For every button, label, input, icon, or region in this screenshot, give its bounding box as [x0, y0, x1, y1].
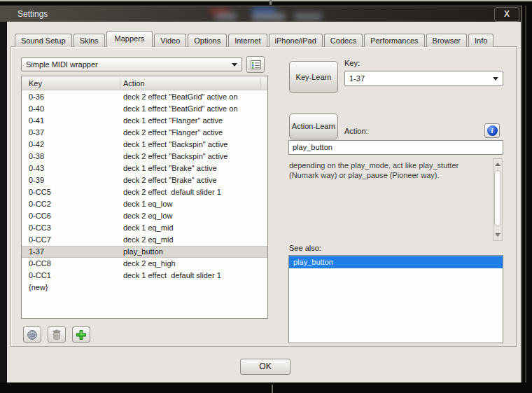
tab-codecs[interactable]: Codecs	[324, 34, 363, 47]
cell-action: deck 2 effect "Backspin" active	[123, 151, 227, 163]
tab-iphone-ipad[interactable]: iPhone/iPad	[269, 34, 323, 47]
tab-sound-setup[interactable]: Sound Setup	[15, 34, 72, 47]
cell-action: deck 2 eq_low	[123, 210, 172, 222]
action-learn-button[interactable]: Action-Learn	[289, 113, 338, 139]
tab-internet[interactable]: Internet	[228, 34, 267, 47]
mapping-row[interactable]: 0-41deck 1 effect "Flanger" active	[22, 115, 267, 127]
cell-action: deck 2 eq_high	[123, 258, 176, 270]
mapping-row[interactable]: 0-CC5deck 2 effect default slider 1	[22, 186, 267, 198]
mapping-row[interactable]: 0-42deck 1 effect "Backspin" active	[22, 139, 267, 151]
background-blur-gray	[294, 13, 322, 20]
cell-key: 0-CC1	[29, 270, 51, 282]
cell-action: deck 1 effect "Flanger" active	[123, 115, 223, 127]
key-learn-button[interactable]: Key-Learn	[289, 61, 338, 93]
cell-action: deck 2 eq_mid	[123, 234, 174, 246]
tab-performances[interactable]: Performances	[364, 34, 424, 47]
key-select[interactable]: 1-37	[344, 71, 503, 86]
mapping-row[interactable]: 0-CC2deck 1 eq_low	[22, 198, 267, 210]
cell-action: deck 2 effect "BeatGrid" active on	[123, 91, 238, 103]
tab-browser[interactable]: Browser	[426, 34, 467, 47]
chevron-down-icon	[493, 77, 498, 83]
scroll-up-icon[interactable]	[493, 160, 502, 168]
see-also-label: See also:	[289, 244, 321, 252]
ok-button[interactable]: OK	[240, 359, 290, 375]
cell-key: 0-39	[29, 174, 44, 186]
mapping-row[interactable]: 0-39deck 2 effect "Brake" active	[22, 174, 267, 186]
close-button[interactable]: X	[494, 7, 519, 22]
mapping-row[interactable]: {new}	[22, 282, 267, 294]
column-header-action[interactable]: Action	[123, 76, 145, 90]
background-blur-gray	[252, 13, 286, 21]
see-also-list[interactable]: play_button	[288, 255, 503, 343]
mapping-row[interactable]: 0-40deck 1 effect "BeatGrid" active on	[22, 103, 267, 115]
mapping-list-header: Key Action	[22, 76, 267, 90]
mapping-row[interactable]: 0-38deck 2 effect "Backspin" active	[22, 151, 267, 163]
cell-key: 0-41	[29, 115, 44, 127]
action-input[interactable]: play_button	[288, 140, 503, 155]
globe-icon	[27, 329, 38, 340]
action-info-button[interactable]: i	[484, 123, 500, 138]
cell-key: 0-CC3	[29, 222, 51, 234]
cell-key: 0-CC6	[29, 210, 51, 222]
mapper-select[interactable]: Simple MIDI wrapper	[21, 57, 242, 71]
cell-action: deck 1 effect default slider 1	[123, 270, 221, 282]
mapping-row[interactable]: 0-37deck 2 effect "Flanger" active	[22, 127, 267, 139]
see-also-item[interactable]: play_button	[289, 256, 503, 268]
cell-key: 0-37	[29, 127, 44, 139]
tab-options[interactable]: Options	[188, 34, 227, 47]
tab-mappers[interactable]: Mappers	[106, 31, 153, 47]
mapping-row[interactable]: 0-CC8deck 2 eq_high	[22, 258, 267, 270]
tab-info[interactable]: Info	[468, 34, 493, 47]
cell-key: 0-38	[29, 151, 44, 163]
cell-key: 0-CC2	[29, 198, 51, 210]
cell-action: deck 1 eq_low	[123, 198, 172, 210]
background-tick	[270, 0, 272, 5]
mapping-list[interactable]: Key Action 0-36deck 2 effect "BeatGrid" …	[21, 76, 268, 319]
scrollbar-thumb[interactable]	[494, 170, 501, 226]
cell-action: deck 2 effect default slider 1	[123, 186, 221, 198]
mapping-rows: 0-36deck 2 effect "BeatGrid" active on0-…	[22, 91, 267, 294]
mapping-row[interactable]: 0-CC7deck 2 eq_mid	[22, 234, 267, 246]
background-blur-gray	[216, 13, 237, 20]
cell-key: 0-43	[29, 163, 44, 174]
cell-key: 0-CC7	[29, 234, 51, 246]
tab-video[interactable]: Video	[154, 34, 186, 47]
online-mappers-button[interactable]	[23, 326, 41, 343]
add-mapping-button[interactable]	[72, 326, 90, 343]
cell-action: deck 1 effect "BeatGrid" active on	[123, 103, 238, 115]
background-vertical-line	[522, 6, 522, 382]
description-scrollbar[interactable]	[493, 158, 503, 241]
cell-key: 0-CC8	[29, 258, 51, 270]
cell-key: 1-37	[29, 246, 44, 258]
add-icon	[76, 329, 87, 340]
cell-action: deck 2 effect "Brake" active	[123, 174, 217, 186]
mapping-row[interactable]: 0-36deck 2 effect "BeatGrid" active on	[22, 91, 267, 103]
background-vertical-line	[272, 385, 273, 393]
cell-key: 0-36	[29, 91, 44, 103]
list-details-icon	[251, 60, 261, 69]
titlebar[interactable]: Settings X	[0, 6, 522, 22]
cell-action: deck 2 effect "Flanger" active	[123, 127, 223, 139]
scroll-down-icon[interactable]	[493, 231, 502, 240]
mapper-options-button[interactable]	[246, 56, 265, 73]
background-vertical-line	[525, 6, 526, 382]
column-separator	[120, 78, 120, 89]
delete-mapping-button[interactable]	[48, 326, 66, 343]
cell-key: {new}	[29, 282, 48, 294]
cell-action: deck 1 eq_mid	[123, 222, 174, 234]
column-header-key[interactable]: Key	[29, 76, 42, 90]
mapping-row[interactable]: 1-37play_button	[22, 246, 267, 258]
cell-action: deck 1 effect "Brake" active	[123, 163, 217, 174]
tab-skins[interactable]: Skins	[74, 34, 105, 47]
key-label: Key:	[344, 59, 360, 67]
background-window-edge	[0, 0, 532, 1]
mapping-row[interactable]: 0-CC6deck 2 eq_low	[22, 210, 267, 222]
mapping-row[interactable]: 0-CC1deck 1 effect default slider 1	[22, 270, 267, 282]
key-select-value: 1-37	[349, 71, 365, 85]
mapping-row[interactable]: 0-CC3deck 1 eq_mid	[22, 222, 267, 234]
cell-action: deck 1 effect "Backspin" active	[123, 139, 227, 151]
column-separator	[260, 78, 261, 89]
cell-key: 0-40	[29, 103, 44, 115]
mapping-row[interactable]: 0-43deck 1 effect "Brake" active	[22, 163, 267, 174]
tab-strip: Sound SetupSkinsMappersVideoOptionsInter…	[15, 31, 493, 47]
